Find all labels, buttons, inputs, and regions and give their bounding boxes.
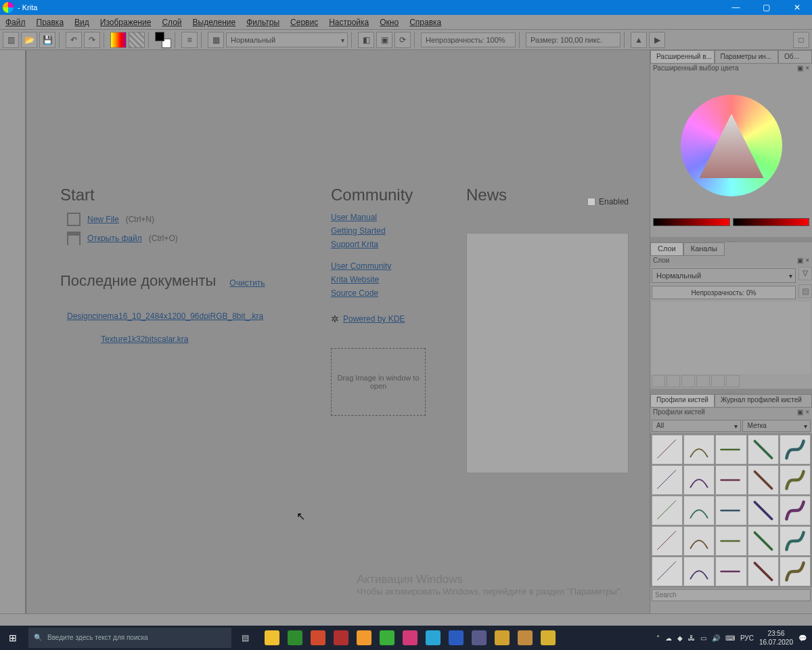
brush-preset[interactable] — [780, 435, 811, 464]
link-user-community[interactable]: User Community — [331, 261, 426, 271]
alpha-lock-icon[interactable]: ▣ — [376, 32, 392, 48]
menu-window[interactable]: Окно — [374, 15, 404, 30]
workspace-icon[interactable]: □ — [793, 32, 809, 48]
tool-select-contig[interactable] — [1, 378, 24, 393]
eraser-icon[interactable]: ◧ — [358, 32, 374, 48]
brush-preset[interactable] — [715, 465, 746, 495]
brush-preset[interactable] — [715, 435, 746, 464]
menu-settings[interactable]: Настройка — [323, 15, 374, 30]
open-file-link[interactable]: Открыть файл — [87, 234, 142, 243]
tool-zoom[interactable] — [1, 410, 24, 425]
menu-help[interactable]: Справка — [404, 15, 447, 30]
tab-advanced-color[interactable]: Расширенный в... — [650, 50, 715, 64]
taskbar-app[interactable] — [399, 627, 421, 649]
tool-dynamic[interactable] — [1, 207, 24, 222]
tab-overview[interactable]: Об... — [778, 50, 812, 64]
tab-brush-history[interactable]: Журнал профилей кистей — [715, 394, 812, 408]
menu-edit[interactable]: Правка — [31, 15, 70, 30]
tool-transform[interactable] — [1, 67, 24, 82]
tool-pattern[interactable] — [1, 301, 24, 316]
brush-preset[interactable] — [748, 557, 779, 586]
brush-presets-icon[interactable]: ▦ — [208, 32, 224, 48]
layer-opacity[interactable]: Непрозрачность: 0% — [652, 286, 796, 299]
tab-tool-options[interactable]: Параметры ин... — [715, 50, 779, 64]
brush-preset[interactable] — [748, 435, 779, 464]
tool-crop[interactable] — [1, 83, 24, 98]
size-slider[interactable]: Размер: 100,00 пикс. — [526, 32, 621, 47]
tool-freehand[interactable] — [1, 192, 24, 207]
taskbar-app[interactable] — [261, 627, 283, 649]
brush-preset[interactable] — [652, 557, 683, 586]
layer-blend-combo[interactable]: Нормальный — [652, 268, 796, 283]
taskbar-app[interactable] — [284, 627, 306, 649]
menu-image[interactable]: Изображение — [95, 15, 157, 30]
brush-preset[interactable] — [780, 526, 811, 556]
brush-search[interactable]: Search — [652, 589, 811, 601]
tab-channels[interactable]: Каналы — [683, 242, 725, 256]
brush-preset[interactable] — [780, 496, 811, 525]
tray-network-icon[interactable]: 🖧 — [688, 634, 695, 642]
taskbar-app[interactable] — [491, 627, 513, 649]
link-getting-started[interactable]: Getting Started — [331, 226, 426, 236]
taskbar-app[interactable] — [330, 627, 352, 649]
brush-preset[interactable] — [652, 435, 683, 464]
tray-up-icon[interactable]: ˄ — [656, 634, 660, 642]
tray-app-icon[interactable]: ◆ — [677, 634, 683, 642]
tray-notifications-icon[interactable]: 💬 — [798, 634, 807, 642]
link-source[interactable]: Source Code — [331, 288, 426, 298]
color-sliders[interactable] — [650, 217, 812, 237]
close-button[interactable]: ✕ — [782, 0, 812, 15]
menu-layer[interactable]: Слой — [156, 15, 187, 30]
link-support[interactable]: Support Krita — [331, 240, 426, 249]
menu-view[interactable]: Вид — [69, 15, 95, 30]
brush-preset[interactable] — [780, 465, 811, 495]
taskbar-app[interactable] — [537, 627, 559, 649]
menu-file[interactable]: Файл — [0, 15, 31, 30]
layer-delete-icon[interactable] — [726, 375, 740, 387]
color-wheel[interactable] — [650, 74, 812, 217]
tab-brush-presets[interactable]: Профили кистей — [650, 394, 715, 408]
tool-text[interactable] — [1, 269, 24, 284]
task-view-icon[interactable]: ▤ — [234, 627, 256, 649]
tool-fill[interactable] — [1, 316, 24, 331]
taskbar-app[interactable] — [422, 627, 444, 649]
brush-preset[interactable] — [652, 465, 683, 495]
tray-lang[interactable]: РУС — [740, 634, 754, 642]
fg-bg-swatch[interactable] — [155, 32, 171, 48]
maximize-button[interactable]: ▢ — [751, 0, 782, 15]
save-doc-icon[interactable]: 💾 — [39, 32, 55, 48]
taskbar-app[interactable] — [468, 627, 490, 649]
tray-clock[interactable]: 23:5616.07.2020 — [759, 629, 793, 647]
pattern-swatch[interactable] — [129, 32, 145, 48]
layer-filter-icon[interactable]: ∇ — [798, 267, 812, 280]
recent-file-1[interactable]: Texture1k32bitscalar.kra — [101, 334, 265, 344]
taskbar-app[interactable] — [307, 627, 329, 649]
menu-tools[interactable]: Сервис — [285, 15, 323, 30]
taskbar-search[interactable]: 🔍 Введите здесь текст для поиска — [28, 628, 231, 648]
gradient-swatch[interactable] — [110, 32, 127, 48]
new-doc-icon[interactable]: ▥ — [3, 32, 19, 48]
brush-preset[interactable] — [652, 496, 683, 525]
taskbar-app[interactable] — [514, 627, 536, 649]
brush-preset[interactable] — [748, 526, 779, 556]
brush-filter-all[interactable]: All — [652, 420, 741, 432]
reload-icon[interactable]: ⟳ — [394, 32, 411, 48]
tool-select-similar[interactable] — [1, 394, 24, 409]
news-enabled-checkbox[interactable]: Enabled — [587, 191, 629, 213]
tray-volume-icon[interactable]: 🔊 — [712, 634, 720, 642]
menu-filters[interactable]: Фильтры — [241, 15, 285, 30]
mirror-h-icon[interactable]: ▲ — [631, 32, 647, 48]
color-dock-close-icon[interactable]: ▣ × — [797, 64, 809, 74]
tray-keyboard-icon[interactable]: ⌨ — [725, 634, 735, 642]
brush-preset[interactable] — [715, 496, 746, 525]
taskbar-app[interactable] — [445, 627, 467, 649]
minimize-button[interactable]: — — [721, 0, 751, 15]
brush-preset[interactable] — [780, 557, 811, 586]
brush-preset[interactable] — [748, 496, 779, 525]
layer-opts-icon[interactable]: ▤ — [798, 284, 812, 298]
taskbar-app[interactable] — [353, 627, 375, 649]
tool-measure[interactable] — [1, 347, 24, 362]
brush-preset[interactable] — [683, 557, 715, 586]
blendmode-combo[interactable]: Нормальный — [226, 32, 348, 47]
tool-assistant[interactable] — [1, 332, 24, 347]
